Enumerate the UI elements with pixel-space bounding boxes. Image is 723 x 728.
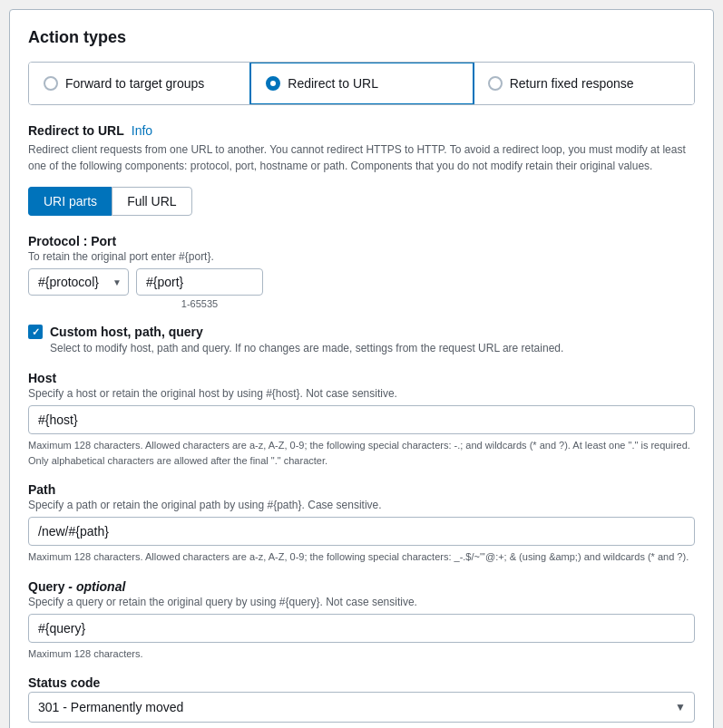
redirect-description: Redirect client requests from one URL to… — [28, 141, 695, 174]
action-types-panel: Action types Forward to target groups Re… — [9, 9, 714, 728]
action-type-redirect-label: Redirect to URL — [288, 76, 378, 91]
action-type-fixed[interactable]: Return fixed response — [474, 63, 694, 104]
info-link[interactable]: Info — [132, 123, 152, 138]
custom-host-hint: Select to modify host, path and query. I… — [50, 342, 563, 354]
host-input[interactable] — [28, 405, 695, 434]
path-hint: Specify a path or retain the original pa… — [28, 499, 695, 511]
port-col: 1-65535 — [136, 268, 263, 309]
query-label-main: Query — [28, 579, 64, 594]
query-small-hint: Maximum 128 characters. — [28, 646, 695, 662]
port-range-hint: 1-65535 — [136, 298, 263, 309]
tab-group: URI parts Full URL — [28, 187, 695, 216]
redirect-section-header: Redirect to URL Info — [28, 123, 695, 138]
query-input[interactable] — [28, 614, 695, 643]
protocol-port-row: #{protocol} HTTP HTTPS ▼ 1-65535 — [28, 268, 695, 309]
path-label: Path — [28, 482, 695, 497]
query-hint: Specify a query or retain the original q… — [28, 596, 695, 608]
status-code-group: Status code 301 - Permanently moved 302 … — [28, 675, 695, 723]
radio-redirect — [266, 76, 280, 91]
protocol-select-wrapper: #{protocol} HTTP HTTPS ▼ — [28, 268, 129, 296]
action-type-fixed-label: Return fixed response — [510, 76, 634, 91]
status-code-select-wrapper: 301 - Permanently moved 302 - Found ▼ — [28, 692, 695, 723]
custom-host-label: Custom host, path, query — [50, 325, 203, 339]
protocol-port-label: Protocol : Port — [28, 234, 695, 248]
status-code-select[interactable]: 301 - Permanently moved 302 - Found — [28, 692, 695, 723]
redirect-section-title: Redirect to URL — [28, 123, 124, 138]
protocol-select[interactable]: #{protocol} HTTP HTTPS — [28, 268, 129, 296]
path-small-hint: Maximum 128 characters. Allowed characte… — [28, 549, 695, 565]
panel-title: Action types — [28, 28, 695, 47]
query-label: Query - optional — [28, 579, 695, 594]
status-code-label: Status code — [28, 675, 695, 690]
path-field-group: Path Specify a path or retain the origin… — [28, 482, 695, 565]
tab-full-url[interactable]: Full URL — [112, 187, 191, 216]
protocol-port-group: Protocol : Port To retain the original p… — [28, 234, 695, 309]
protocol-port-hint: To retain the original port enter #{port… — [28, 250, 695, 263]
custom-host-checkbox[interactable] — [28, 325, 43, 339]
tab-uri-parts[interactable]: URI parts — [28, 187, 112, 216]
host-small-hint: Maximum 128 characters. Allowed characte… — [28, 438, 695, 468]
query-field-group: Query - optional Specify a query or reta… — [28, 579, 695, 662]
action-type-forward-label: Forward to target groups — [65, 76, 204, 91]
action-type-forward[interactable]: Forward to target groups — [29, 63, 250, 104]
radio-forward — [44, 76, 58, 91]
port-input[interactable] — [136, 268, 263, 296]
custom-host-label-group: Custom host, path, query Select to modif… — [50, 324, 563, 360]
host-label: Host — [28, 371, 695, 385]
radio-fixed — [488, 76, 503, 91]
path-input[interactable] — [28, 517, 695, 546]
host-field-group: Host Specify a host or retain the origin… — [28, 371, 695, 468]
action-type-redirect[interactable]: Redirect to URL — [249, 62, 474, 105]
action-types-row: Forward to target groups Redirect to URL… — [28, 62, 695, 105]
custom-host-row[interactable]: Custom host, path, query Select to modif… — [28, 324, 695, 360]
host-hint: Specify a host or retain the original ho… — [28, 387, 695, 400]
